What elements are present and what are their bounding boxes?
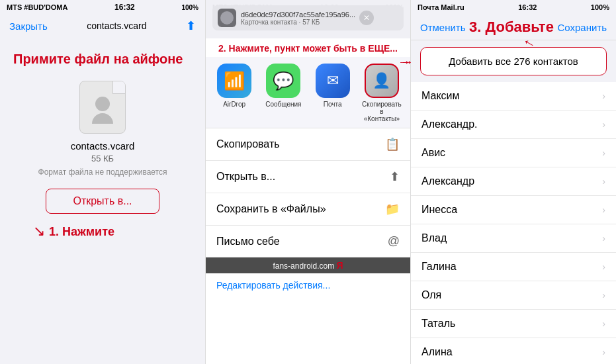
contact-silhouette [92, 97, 113, 124]
status-icons-1: 100% [181, 4, 198, 11]
list-item-save-files[interactable]: Сохранить в «Файлы» 📁 [206, 193, 410, 226]
contact-row[interactable]: Максим › [411, 82, 616, 111]
contact-row[interactable]: Галина › [411, 253, 616, 281]
contact-name: Таталь [421, 318, 455, 330]
contact-name: Авис [421, 147, 445, 159]
list-item-open-in[interactable]: Открыть в... ⬆ [206, 161, 410, 193]
airdrop-share-item[interactable]: 📶 AirDrop [214, 64, 254, 108]
open-in-label: Открыть в... [216, 171, 275, 183]
panel-3: Почта Mail.ru 16:32 100% Отменить 3. Доб… [410, 0, 616, 364]
mail-icon: ✉ [316, 64, 350, 98]
carrier-1: MTS #BUD'DOMA [7, 3, 67, 11]
messages-label: Сообщения [265, 101, 301, 108]
arrow-to-contacts-icon: → [400, 54, 414, 69]
share-url-bar: d6de0dc97d300f7ac55afe195a96... Карточка… [212, 5, 404, 30]
copy-icon: 📋 [385, 137, 400, 152]
nav-title-1: contacts.vcard [87, 21, 146, 31]
share-url-subtitle: Карточка контакта · 57 КБ [241, 19, 355, 26]
watermark: fans-android.com Я [206, 257, 410, 273]
status-bar-3: Почта Mail.ru 16:32 100% [411, 0, 616, 15]
contact-name: Алина [421, 346, 453, 358]
file-name: contacts.vcard [71, 140, 135, 152]
contacts-copy-label: Скопироватьв «Контакты» [362, 101, 402, 122]
step1-text: 1. Нажмите [49, 225, 114, 239]
contact-row[interactable]: Инесса › [411, 196, 616, 224]
file-icon-container [76, 81, 129, 134]
chevron-icon: › [602, 347, 605, 357]
contact-name: Александр. [421, 118, 478, 130]
contacts-share-item[interactable]: 👤 Скопироватьв «Контакты» → [362, 64, 402, 122]
contacts-list: Максим › Александр. › Авис › Александр ›… [411, 82, 616, 364]
step1-arrow-icon: ↗ [33, 223, 45, 240]
chevron-icon: › [602, 261, 605, 272]
add-all-button[interactable]: Добавить все 276 контактов [420, 47, 607, 75]
contact-name: Александр [421, 175, 474, 187]
contacts-copy-icon: 👤 [365, 64, 399, 98]
nav-bar-1: Закрыть contacts.vcard ⬆ [0, 15, 205, 37]
cancel-button[interactable]: Отменить [420, 22, 466, 33]
time-1: 16:32 [114, 3, 135, 12]
edit-actions-link[interactable]: Редактировать действия... [206, 273, 410, 297]
file-unsupported-label: Формат файла не поддерживается [38, 167, 167, 177]
yandex-icon: Я [337, 260, 343, 271]
silhouette-body [92, 113, 113, 124]
chevron-icon: › [602, 318, 605, 329]
panel1-content: Примите файл на айфоне contacts.vcard 55… [0, 37, 205, 364]
step1-label: ↗ 1. Нажмите [33, 223, 114, 240]
chevron-icon: › [602, 233, 605, 244]
contact-row[interactable]: Таталь › [411, 310, 616, 338]
time-3: 16:32 [518, 3, 537, 11]
open-in-button[interactable]: Открыть в... [46, 189, 159, 214]
contact-row[interactable]: Алина › [411, 338, 616, 364]
contact-avatar-icon [220, 11, 234, 24]
battery-3: 100% [591, 3, 609, 11]
list-item-copy[interactable]: Скопировать 📋 [206, 128, 410, 161]
step2-annotation: 2. Нажмите, пункт может быть в ЕЩЕ... [206, 38, 410, 57]
mail-self-icon: @ [388, 234, 400, 248]
battery-1: 100% [181, 4, 198, 11]
open-in-icon: ⬆ [390, 169, 400, 184]
nav-bar-3: Отменить 3. Добавьте Сохранить [411, 15, 616, 40]
contact-name: Влад [421, 232, 447, 244]
watermark-text: fans-android.com [273, 261, 334, 271]
panel-1: MTS #BUD'DOMA 16:32 100% Закрыть contact… [0, 0, 205, 364]
messages-icon: 💬 [266, 64, 300, 98]
contact-name: Оля [421, 289, 441, 301]
step3-label: 3. Добавьте [466, 19, 558, 36]
airdrop-icon: 📶 [217, 64, 251, 98]
airdrop-label: AirDrop [223, 101, 245, 108]
share-close-button[interactable]: ✕ [359, 11, 374, 25]
contact-row[interactable]: Авис › [411, 139, 616, 167]
contact-name: Галина [421, 261, 457, 273]
file-icon [79, 81, 126, 134]
share-icon[interactable]: ⬆ [186, 19, 196, 33]
chevron-icon: › [602, 205, 605, 215]
contact-name: Максим [421, 90, 460, 102]
instruction-text: Примите файл на айфоне [13, 50, 192, 68]
share-list: Скопировать 📋 Открыть в... ⬆ Сохранить в… [206, 128, 410, 364]
contact-row[interactable]: Оля › [411, 281, 616, 310]
share-top-area: d6de0dc97d300f7ac55afe195a96... Карточка… [206, 0, 410, 38]
save-button[interactable]: Сохранить [557, 22, 607, 33]
chevron-icon: › [602, 119, 605, 130]
contact-row[interactable]: Александр. › [411, 111, 616, 139]
share-url-info: d6de0dc97d300f7ac55afe195a96... Карточка… [241, 11, 355, 26]
share-url-text: d6de0dc97d300f7ac55afe195a96... [241, 11, 355, 19]
copy-label: Скопировать [216, 138, 280, 150]
share-url-icon [218, 9, 236, 27]
save-files-label: Сохранить в «Файлы» [216, 203, 326, 215]
save-files-icon: 📁 [385, 202, 400, 216]
mail-label: Почта [324, 101, 342, 108]
mail-share-item[interactable]: ✉ Почта [313, 64, 353, 108]
close-button[interactable]: Закрыть [9, 21, 48, 32]
messages-share-item[interactable]: 💬 Сообщения [263, 64, 303, 108]
status-bar-1: MTS #BUD'DOMA 16:32 100% [0, 0, 205, 15]
mail-self-label: Письмо себе [216, 236, 280, 248]
contact-row[interactable]: Влад › [411, 224, 616, 253]
carrier-3: Почта Mail.ru [418, 3, 464, 11]
contact-row[interactable]: Александр › [411, 167, 616, 196]
chevron-icon: › [602, 176, 605, 187]
list-item-mail-self[interactable]: Письмо себе @ [206, 226, 410, 257]
share-sheet: d6de0dc97d300f7ac55afe195a96... Карточка… [206, 0, 410, 364]
file-size: 55 КБ [91, 154, 114, 163]
